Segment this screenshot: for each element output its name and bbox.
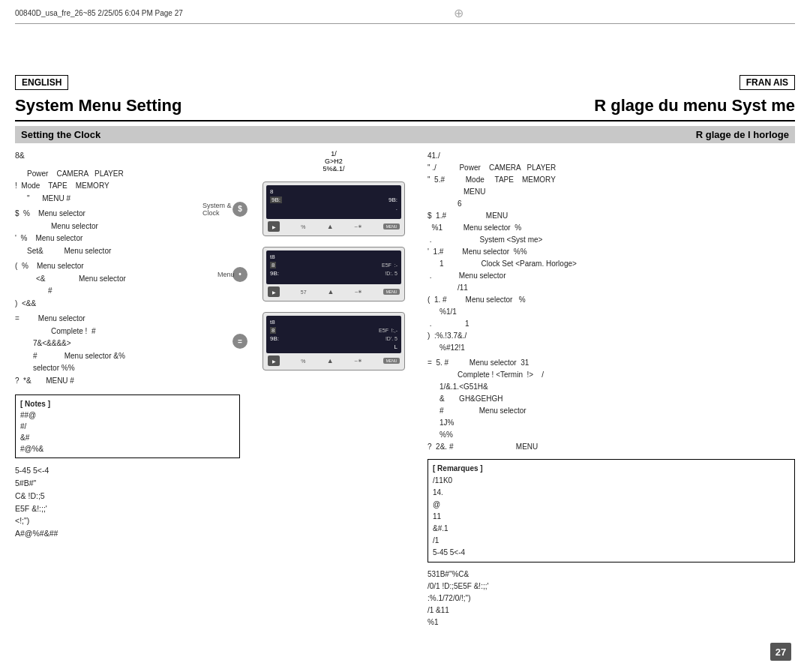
right-notes-label: [ Remarques ] [433, 463, 790, 475]
step-marker-2: • [232, 267, 248, 282]
camera-icon-3: ▶ [268, 356, 280, 366]
ctrl-left-label-2: 57 [301, 290, 307, 295]
device-frame-3: t8 8 E5F !:,- 9B:!D'. 5 L ▶ % [262, 312, 405, 370]
note-line: #/ [20, 421, 235, 432]
lang-badge-french: FRAN AIS [740, 75, 795, 90]
note-line-r: 14. [433, 487, 790, 499]
step-row: ( % Menu selector [15, 260, 240, 273]
menu-button-3[interactable]: MENU [383, 358, 400, 364]
title-english: System Menu Setting [15, 96, 182, 116]
device-controls-3: ▶ % ▲ –∗ MENU [266, 353, 401, 367]
step-row: selector %% [15, 362, 240, 375]
ctrl-left-label-3: % [301, 358, 305, 364]
step-row: Menu selector [15, 220, 240, 233]
note-line-r: @ [433, 499, 790, 511]
center-top-text: 1/ G>H2 5%&.1/ [322, 150, 344, 172]
step-row: 7&<&&&&> [15, 338, 240, 350]
step-row: ) <&& [15, 298, 240, 310]
right-notes-box: [ Remarques ] /11K0 14. @ 11 &#.1 /1 5-4… [428, 459, 795, 562]
step-line: 5#B#" [15, 477, 240, 490]
left-column: 8& Power CAMERA PLAYER ! Mode TAPE MEMOR… [15, 150, 248, 642]
right-column: 41./ " ./ Power CAMERA PLAYER " 5.# Mode… [420, 150, 795, 642]
screen-row: t8 [268, 318, 399, 326]
side-label-2: Menu [218, 271, 235, 278]
main-content: 8& Power CAMERA PLAYER ! Mode TAPE MEMOR… [15, 150, 795, 642]
step-row: Set& Menu selector [15, 245, 240, 258]
device-frame-1: 8 9B:9B: . ▶ % ▲ –∗ MENU [262, 182, 405, 236]
ctrl-up-icon-3: ▲ [327, 357, 334, 364]
device-frame-2: t8 8 E5F :- 9B:!D:. 5 ▶ 57 [262, 247, 405, 302]
camera-icon: ▶ [268, 221, 280, 232]
screen-row: t8 [268, 253, 399, 261]
step-row: Complete ! # [15, 326, 240, 338]
screen-row: 9B:!D:. 5 [268, 269, 399, 278]
step-line: C& !D:;5 [15, 490, 240, 502]
crosshair-icon: ⊕ [454, 6, 464, 20]
step-row: Power CAMERA PLAYER [15, 168, 240, 181]
bottom-steps: 5-45 5<-4 5#B#" C& !D:;5 E5F &!:;;' <!;"… [15, 464, 240, 540]
banner-left: Setting the Clock [21, 129, 100, 140]
step-row: <& Menu selector [15, 273, 240, 286]
page-number: 27 [770, 643, 791, 661]
device-controls-2: ▶ 57 ▲ –∗ MENU [266, 284, 401, 298]
menu-button-2[interactable]: MENU [383, 289, 400, 295]
note-line-r: /1 [433, 535, 790, 547]
note-line-r: /11K0 [433, 475, 790, 487]
device-wrapper-3: = t8 8 E5F !:,- 9B:!D'. 5 L [255, 312, 412, 370]
title-french: R glage du menu Syst me [594, 96, 795, 116]
ctrl-right-label-2: –∗ [355, 289, 362, 295]
step-line: 5-45 5<-4 [15, 464, 240, 477]
step-row: ? *& MENU # [15, 375, 240, 388]
screen-row: . [268, 204, 399, 212]
device-screen-1: 8 9B:9B: . [266, 185, 401, 219]
step-row: # [15, 285, 240, 298]
note-line-r: 5-45 5<-4 [433, 547, 790, 559]
banner-right: R glage de l horloge [696, 129, 789, 140]
device-wrapper-2: • Menu t8 8 E5F :- 9B:!D:. 5 [255, 247, 412, 302]
note-line: &# [20, 432, 235, 443]
ctrl-up-icon: ▲ [327, 223, 334, 230]
device-screen-3: t8 8 E5F !:,- 9B:!D'. 5 L [266, 316, 401, 353]
step-row: ! Mode TAPE MEMORY [15, 180, 240, 193]
notes-box: [ Notes ] ##@ #/ &# #@%& [15, 394, 240, 458]
device-screen-2: t8 8 E5F :- 9B:!D:. 5 [266, 250, 401, 284]
right-bottom: 531B#"%C& /0/1 !D:;5E5F &!:;;' :%.1/72/0… [428, 568, 795, 628]
step-marker-1: $ [232, 202, 248, 217]
menu-button-1[interactable]: MENU [383, 224, 400, 230]
ctrl-right-label-3: –∗ [355, 358, 362, 364]
screen-row: 8 [268, 188, 399, 196]
step-row: # Menu selector &% [15, 350, 240, 363]
lang-badge-english: ENGLISH [15, 75, 68, 90]
center-column: 1/ G>H2 5%&.1/ $ System &Clock 8 9B:9B: … [248, 150, 420, 642]
step-line: <!;") [15, 514, 240, 527]
step-line: E5F &!:;;' [15, 502, 240, 515]
step-marker-3: = [232, 334, 248, 349]
step-row: ' % Menu selector [15, 232, 240, 245]
language-section: ENGLISH FRAN AIS [15, 75, 795, 90]
screen-row: 9B:!D'. 5 [268, 334, 399, 343]
section-banner: Setting the Clock R glage de l horloge [15, 126, 795, 143]
ctrl-up-icon-2: ▲ [327, 288, 334, 296]
note-line-r: &#.1 [433, 523, 790, 535]
camera-icon-2: ▶ [268, 286, 280, 297]
screen-row: 8 E5F !:,- [268, 326, 399, 334]
device-wrapper-1: $ System &Clock 8 9B:9B: . ▶ % [255, 182, 412, 236]
screen-row: 8 E5F :- [268, 261, 399, 269]
ctrl-left-label: % [301, 224, 305, 230]
notes-label: [ Notes ] [20, 398, 235, 410]
note-line: ##@ [20, 410, 235, 421]
step-line: A#@%#&## [15, 527, 240, 540]
note-line-r: 11 [433, 511, 790, 523]
page-header: 00840D_usa_fre_26~85 2/25/05 6:04 PM Pag… [15, 6, 795, 24]
file-reference: 00840D_usa_fre_26~85 2/25/05 6:04 PM Pag… [15, 9, 183, 17]
note-line: #@%& [20, 443, 235, 454]
intro-text: 8& [15, 150, 240, 162]
step-row: = Menu selector [15, 313, 240, 326]
screen-row: 9B:9B: [268, 196, 399, 204]
ctrl-right-label: –∗ [355, 224, 362, 230]
device-controls-1: ▶ % ▲ –∗ MENU [266, 219, 401, 232]
screen-row: L [268, 343, 399, 351]
section-titles: System Menu Setting R glage du menu Syst… [15, 96, 795, 122]
side-label-1: System &Clock [202, 202, 232, 217]
right-intro: 41./ " ./ Power CAMERA PLAYER " 5.# Mode… [428, 150, 795, 453]
